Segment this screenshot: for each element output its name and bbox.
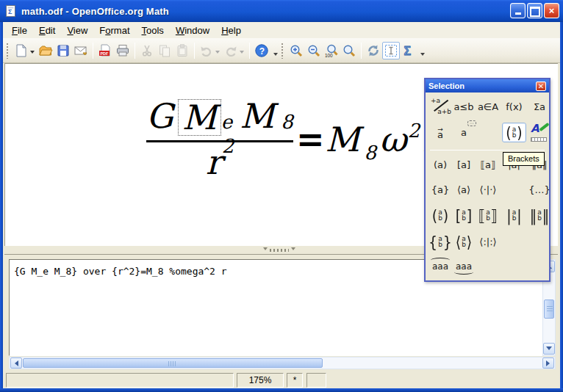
arrow-right-icon	[546, 360, 553, 366]
palette-cell-single-lines-scalable[interactable]: |ab|	[505, 207, 524, 223]
palette-cell-underbrace[interactable]: aaa	[454, 258, 473, 275]
palette-cell-relations[interactable]: a≤b	[453, 98, 473, 115]
palette-cell-empty	[505, 258, 524, 275]
splitter-grip-icon[interactable]	[263, 248, 301, 252]
copy-icon	[157, 43, 172, 58]
palette-cell-double-square-brackets[interactable]: ⟦a⟧	[478, 157, 498, 173]
refresh-button[interactable]	[365, 42, 382, 59]
print-button[interactable]	[114, 42, 132, 59]
minimize-button[interactable]	[510, 3, 526, 18]
selection-close-button[interactable]: ✕	[536, 81, 546, 91]
palette-cell-square-brackets-scalable[interactable]: [ab]	[454, 207, 473, 223]
zoom-out-icon	[306, 43, 321, 58]
open-button[interactable]	[37, 42, 54, 59]
menu-file[interactable]: File	[6, 23, 33, 37]
scroll-right-button[interactable]	[542, 357, 554, 369]
redo-button	[222, 42, 240, 59]
zoom-level-field[interactable]: 175%	[237, 373, 284, 388]
formula-equals: =	[296, 123, 323, 156]
palette-cell-empty	[478, 124, 498, 140]
zoom-in-button[interactable]	[287, 42, 305, 59]
palette-cell-parentheses-scalable[interactable]: (ab)	[431, 207, 450, 223]
command-horizontal-scrollbar[interactable]	[9, 357, 556, 369]
palette-cell-unary-binary-operators[interactable]: +aa+b	[431, 98, 450, 115]
palette-cell-operator-brackets[interactable]: ⟨·|·⟩	[478, 181, 498, 197]
palette-cell-operators[interactable]: Σa	[530, 98, 549, 115]
palette-cell-formats[interactable]: A	[530, 123, 549, 141]
palette-cell-attributes[interactable]: →a	[431, 124, 450, 140]
palette-cell-overbrace[interactable]: aaa	[431, 258, 450, 275]
palette-cell-double-square-brackets-scalable[interactable]: ⟦ab⟧	[478, 207, 498, 223]
palette-cell-group-brackets[interactable]: {…}	[528, 181, 551, 197]
formula-subscript-e: e	[221, 112, 232, 131]
formula-subscript-8: 8	[281, 112, 293, 131]
menu-tools[interactable]: Tools	[136, 23, 170, 37]
menu-edit[interactable]: Edit	[33, 23, 61, 37]
svg-text:PDF: PDF	[100, 51, 108, 55]
formula-cursor-icon	[384, 43, 398, 58]
palette-cell-braces[interactable]: {a}	[431, 181, 450, 197]
selection-palette: Selection ✕ +aa+ba≤ba∈Af(x)Σa→aa⋯(ab)A(a…	[424, 78, 551, 282]
palette-cell-braces-scalable[interactable]: {ab}	[428, 233, 452, 250]
email-icon	[73, 43, 88, 58]
cut-icon	[140, 43, 154, 58]
email-button[interactable]	[72, 42, 90, 59]
menu-help[interactable]: Help	[215, 23, 247, 37]
palette-row: {ab}⟨ab⟩⟨:|:⟩	[428, 228, 546, 255]
formula-rhs-M: M	[325, 123, 359, 156]
formula-selection-box[interactable]: M	[178, 99, 221, 136]
scroll-down-button[interactable]	[543, 343, 555, 355]
zoom-out-button[interactable]	[305, 42, 323, 59]
selection-palette-title: Selection	[428, 81, 536, 90]
palette-cell-others[interactable]: a⋯	[454, 124, 473, 140]
formula-cursor-button[interactable]	[382, 42, 400, 59]
toolbar-separator	[249, 43, 250, 59]
palette-cell-square-brackets[interactable]: [a]	[454, 157, 473, 173]
new-document-button[interactable]	[12, 42, 30, 59]
scroll-left-button[interactable]	[10, 357, 22, 369]
toolbar-separator	[361, 43, 362, 59]
new-document-icon	[14, 43, 29, 58]
palette-cell-angle-brackets-scalable[interactable]: ⟨ab⟩	[454, 233, 473, 250]
palette-cell-functions[interactable]: f(x)	[505, 98, 524, 115]
menu-window[interactable]: Window	[170, 23, 215, 37]
palette-cell-brackets[interactable]: (ab)	[502, 123, 526, 142]
palette-cell-operator-brackets-scalable[interactable]: ⟨:|:⟩	[478, 233, 498, 250]
menu-view[interactable]: View	[61, 23, 93, 37]
undo-icon	[199, 43, 214, 58]
palette-cell-angle-brackets[interactable]: ⟨a⟩	[454, 181, 473, 197]
vertical-scroll-thumb[interactable]	[544, 300, 554, 319]
window-title: math.odf - OpenOffice.org Math	[21, 6, 169, 17]
maximize-button[interactable]	[527, 3, 542, 18]
formula-display: G M e M 8 r 2 = M 8 ω 2 r	[146, 99, 439, 179]
formula-rhs-exponent-2: 2	[408, 121, 420, 140]
paste-icon	[175, 43, 190, 58]
palette-cell-double-lines-scalable[interactable]: ‖ab‖	[530, 207, 550, 223]
arrow-left-icon	[12, 360, 18, 366]
new-document-dropdown-arrow-icon[interactable]	[30, 51, 35, 56]
selection-palette-titlebar[interactable]: Selection ✕	[426, 79, 549, 92]
horizontal-scroll-thumb[interactable]	[23, 358, 323, 368]
toolbar-grip[interactable]	[6, 43, 9, 59]
help-button[interactable]: ?	[253, 42, 270, 59]
undo-button	[198, 42, 215, 59]
cut-button	[138, 42, 156, 59]
toolbar-separator	[194, 43, 195, 59]
palette-row: aaaaaa	[428, 255, 546, 277]
zoom-page-button[interactable]	[340, 42, 358, 59]
palette-cell-parentheses[interactable]: (a)	[431, 157, 450, 173]
menu-format[interactable]: Format	[93, 23, 135, 37]
catalog-button[interactable]: Σ	[400, 42, 417, 59]
palette-cell-set-operations[interactable]: a∈A	[478, 98, 498, 115]
zoom-100-button[interactable]: 100	[323, 42, 340, 59]
toolbar-overflow-button[interactable]	[273, 53, 278, 58]
toolbar-overflow-button[interactable]	[420, 53, 425, 58]
print-icon	[115, 43, 130, 58]
palette-separator	[430, 150, 545, 150]
formula-exponent-2: 2	[222, 137, 234, 156]
close-button[interactable]: ×	[544, 3, 559, 18]
export-pdf-button[interactable]: PDF	[96, 42, 114, 59]
toolbar-grip[interactable]	[281, 43, 284, 59]
save-icon	[56, 43, 71, 58]
save-button[interactable]	[54, 42, 72, 59]
